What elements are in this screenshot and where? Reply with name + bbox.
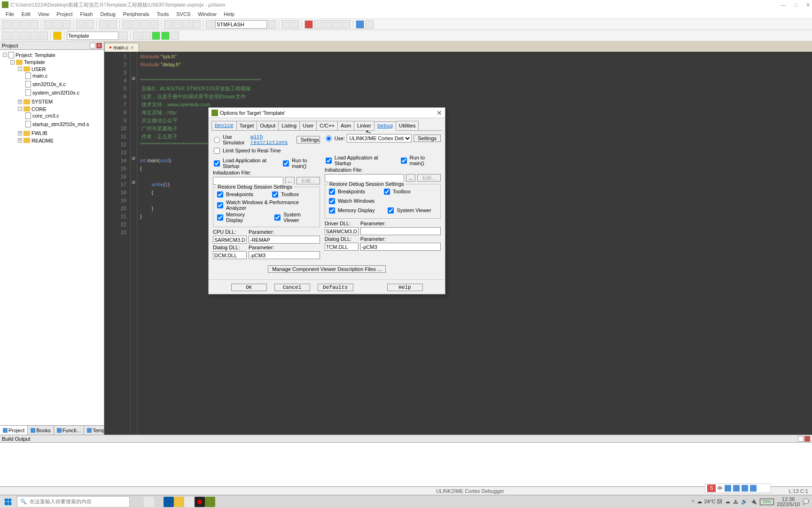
outdent-icon[interactable] <box>173 20 182 29</box>
defaults-button[interactable]: Defaults <box>318 284 353 291</box>
volume-icon[interactable]: 🔊 <box>741 499 748 505</box>
indent-icon[interactable] <box>164 20 172 29</box>
redo-icon[interactable] <box>86 20 94 29</box>
save-icon[interactable] <box>21 20 29 29</box>
menu-svcs[interactable]: SVCS <box>172 11 194 17</box>
sim-dialog-dll-input[interactable] <box>213 251 247 259</box>
config-icon[interactable] <box>365 20 374 29</box>
open-icon[interactable] <box>11 20 20 29</box>
taskview-icon[interactable] <box>144 497 154 507</box>
clock-date[interactable]: 2022/5/10 <box>777 502 800 507</box>
analyze2-icon[interactable] <box>333 20 341 29</box>
use-hw-radio[interactable] <box>326 135 332 142</box>
ime-menu-icon[interactable] <box>750 485 757 492</box>
tab-debug[interactable]: Debug <box>374 121 396 131</box>
close-panel-icon[interactable] <box>804 436 810 442</box>
bookmark-next-icon[interactable] <box>141 20 149 29</box>
menu-flash[interactable]: Flash <box>77 11 97 17</box>
sim-runmain-checkbox[interactable] <box>283 160 289 167</box>
hw-edit-button[interactable]: Edit... <box>417 174 441 182</box>
find-in-files-icon[interactable] <box>268 20 276 29</box>
hw-browse-button[interactable]: ... <box>406 174 415 182</box>
sim-settings-button[interactable]: Settings <box>297 136 320 143</box>
limit-speed-checkbox[interactable] <box>214 148 220 154</box>
uncomment-icon[interactable] <box>192 20 201 29</box>
tab-listing[interactable]: Listing <box>278 121 300 130</box>
hw-load-app-checkbox[interactable] <box>326 158 332 164</box>
paste-icon[interactable] <box>62 20 71 29</box>
explorer-icon[interactable] <box>174 497 184 507</box>
manage3-icon[interactable] <box>152 32 160 40</box>
help-button[interactable]: Help <box>387 284 423 291</box>
hw-init-file-input[interactable] <box>325 174 404 182</box>
sim-init-file-input[interactable] <box>213 177 283 185</box>
menu-file[interactable]: File <box>2 11 18 17</box>
translate-icon[interactable] <box>2 32 10 40</box>
dialog-close-button[interactable]: ✕ <box>437 109 442 117</box>
hw-watch-checkbox[interactable] <box>329 198 335 204</box>
close-panel-icon[interactable]: x <box>96 43 102 48</box>
cut-icon[interactable] <box>44 20 52 29</box>
sim-mem-checkbox[interactable] <box>217 214 223 221</box>
driver-dll-input[interactable] <box>325 227 359 235</box>
rebuild-icon[interactable] <box>21 32 29 40</box>
breakpoint-icon[interactable] <box>291 20 299 29</box>
target-combo[interactable]: Template <box>67 32 118 40</box>
weather-widget[interactable]: ☁ 24°C 阴 <box>697 498 722 505</box>
close-tab-icon[interactable]: ✕ <box>130 45 134 50</box>
copy-icon[interactable] <box>53 20 62 29</box>
analyze1-icon[interactable] <box>323 20 332 29</box>
taskbar-search[interactable]: 🔍 在这里输入你要搜索的内容 <box>17 496 130 508</box>
download-icon[interactable] <box>53 32 62 40</box>
menu-project[interactable]: Project <box>53 11 76 17</box>
menu-window[interactable]: Window <box>194 11 220 17</box>
ok-button[interactable]: OK <box>231 284 267 291</box>
project-tree[interactable]: -Project: Template -Template -USER main.… <box>0 50 104 425</box>
notifications-icon[interactable]: 💬 <box>803 499 809 505</box>
debug-start-icon[interactable] <box>281 20 290 29</box>
stop-build-icon[interactable] <box>39 32 48 40</box>
edge-icon[interactable] <box>164 497 174 507</box>
hw-dialog-param-input[interactable] <box>360 243 441 251</box>
hw-settings-button[interactable]: Settings <box>414 135 441 142</box>
minimize-button[interactable]: — <box>781 2 786 8</box>
pin-icon[interactable] <box>90 43 95 48</box>
onedrive-icon[interactable]: ☁ <box>725 499 730 505</box>
sim-watch-checkbox[interactable] <box>217 202 223 208</box>
build-icon[interactable] <box>11 32 20 40</box>
tab-project[interactable]: Project <box>0 426 28 435</box>
find-combo[interactable]: STMFLASH <box>215 20 267 29</box>
saveall-icon[interactable] <box>30 20 39 29</box>
menu-tools[interactable]: Tools <box>153 11 173 17</box>
manage5-icon[interactable] <box>171 32 179 40</box>
sim-load-app-checkbox[interactable] <box>214 160 220 167</box>
clock-time[interactable]: 12:36 <box>777 497 800 502</box>
find-icon[interactable] <box>206 20 214 29</box>
manage-viewer-button[interactable]: Manage Component Viewer Description File… <box>268 265 386 273</box>
ime-toolbar[interactable]: S 中 <box>705 484 771 493</box>
use-simulator-radio[interactable] <box>214 137 220 143</box>
close-button[interactable]: ✕ <box>806 2 810 8</box>
pin-icon[interactable] <box>798 436 804 442</box>
power-icon[interactable]: 🔌 <box>750 499 757 505</box>
nav-back-icon[interactable] <box>99 20 108 29</box>
sim-sysview-checkbox[interactable] <box>274 214 281 221</box>
driver-param-input[interactable] <box>360 227 441 235</box>
sim-browse-button[interactable]: ... <box>285 177 295 184</box>
hw-toolbox-checkbox[interactable] <box>384 189 390 195</box>
ime-settings-icon[interactable] <box>733 485 740 492</box>
batch-build-icon[interactable] <box>30 32 39 40</box>
recorder-icon[interactable] <box>195 497 205 507</box>
maximize-button[interactable]: □ <box>794 2 797 8</box>
start-button[interactable] <box>0 495 16 508</box>
bookmark-icon[interactable] <box>122 20 131 29</box>
manage2-icon[interactable] <box>142 32 151 40</box>
tab-linker[interactable]: Linker <box>354 121 375 130</box>
hw-mem-checkbox[interactable] <box>329 207 335 214</box>
nav-fwd-icon[interactable] <box>109 20 117 29</box>
editor-tab-main[interactable]: main.c ✕ <box>104 43 139 52</box>
menu-debug[interactable]: Debug <box>97 11 119 17</box>
menu-view[interactable]: View <box>34 11 53 17</box>
cpu-param-input[interactable] <box>249 236 320 244</box>
stop-record-icon[interactable] <box>314 20 322 29</box>
